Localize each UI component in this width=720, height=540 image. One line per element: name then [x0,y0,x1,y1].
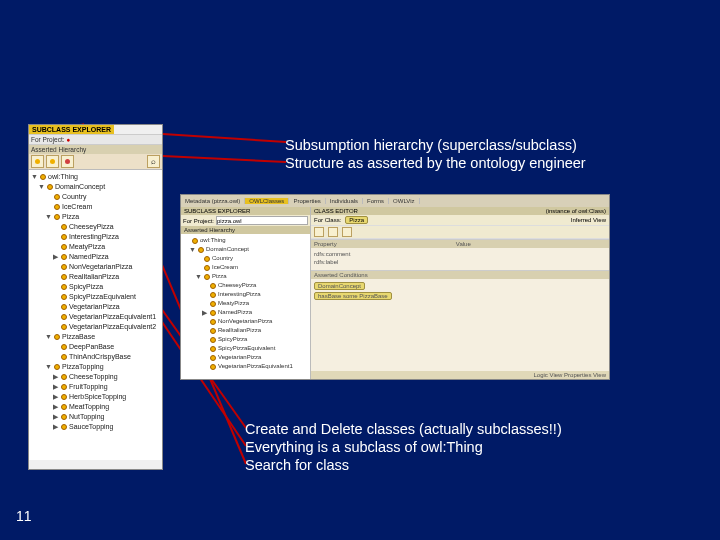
class-icon [61,224,67,230]
expand-icon[interactable]: ▶ [52,392,59,402]
tree-item[interactable]: CheeseyPizza [183,281,308,290]
tree-item[interactable]: SpicyPizza [183,335,308,344]
tree-item[interactable]: MeatyPizza [31,242,160,252]
tree-item[interactable]: VegetarianPizzaEquivalent1 [31,312,160,322]
class-icon [61,354,67,360]
tree-item[interactable]: ▶SauceTopping [31,422,160,432]
tree-item[interactable]: SpicyPizzaEquivalent [183,344,308,353]
tree-item[interactable]: Country [31,192,160,202]
tree-item-label: CheeseyPizza [69,222,114,232]
tree-item-label: DomainConcept [55,182,105,192]
tree-item[interactable]: ▼DomainConcept [183,245,308,254]
tree-item[interactable]: ▼Pizza [183,272,308,281]
tree-item[interactable]: ▶CheeseTopping [31,372,160,382]
expand-icon[interactable]: ▶ [52,412,59,422]
create-sibling-button[interactable] [46,155,59,168]
panel-tab[interactable]: SUBCLASS EXPLORER [29,125,114,134]
expand-icon[interactable]: ▶ [52,422,59,432]
expand-icon[interactable]: ▶ [52,252,59,262]
tree-item[interactable]: CheeseyPizza [31,222,160,232]
tree-item[interactable]: ▶NutTopping [31,412,160,422]
expand-icon[interactable]: ▼ [45,362,52,372]
expand-icon[interactable]: ▼ [45,212,52,222]
main-tab[interactable]: OWLClasses [245,198,289,204]
class-tree[interactable]: ▼owl:Thing▼DomainConceptCountryIceCream▼… [29,170,162,460]
center-project-label: For Project: [183,218,214,224]
tree-item[interactable]: ▼PizzaBase [31,332,160,342]
tree-item[interactable]: VegetarianPizza [183,353,308,362]
expand-icon[interactable]: ▶ [201,308,208,317]
tree-item[interactable]: InterestingPizza [31,232,160,242]
tree-item[interactable]: InterestingPizza [183,290,308,299]
editor-tool-3[interactable] [342,227,352,237]
tree-item[interactable]: RealItalianPizza [183,326,308,335]
search-class-button[interactable]: ⌕ [147,155,160,168]
editor-view-tabs[interactable]: Logic View Properties View [311,371,609,379]
tree-item-label: VegetarianPizzaEquivalent1 [69,312,156,322]
tree-item[interactable]: ▶NamedPizza [31,252,160,262]
project-label: For Project: [31,136,65,143]
expand-icon[interactable]: ▼ [31,172,38,182]
tree-item[interactable]: ▶NamedPizza [183,308,308,317]
tree-item[interactable]: ▼owl:Thing [31,172,160,182]
for-class-row: For Class: Pizza Inferred View [311,215,609,226]
main-tab[interactable]: OWLViz [389,198,419,204]
delete-class-button[interactable] [61,155,74,168]
for-class-value[interactable]: Pizza [345,216,368,224]
center-panel-tab[interactable]: SUBCLASS EXPLORER [181,207,310,215]
editor-tool-2[interactable] [328,227,338,237]
expand-icon[interactable]: ▼ [38,182,45,192]
tree-item[interactable]: ThinAndCrispyBase [31,352,160,362]
project-icon: ● [66,136,70,143]
class-icon [198,247,204,253]
tree-item[interactable]: Country [183,254,308,263]
expand-icon[interactable]: ▶ [52,382,59,392]
tree-item[interactable]: IceCream [183,263,308,272]
tree-item[interactable]: RealItalianPizza [31,272,160,282]
class-icon [54,334,60,340]
center-class-tree[interactable]: owl:Thing▼DomainConceptCountryIceCream▼P… [181,234,310,379]
expand-icon[interactable]: ▶ [52,402,59,412]
tree-item[interactable]: VegetarianPizzaEquivalent1 [183,362,308,371]
tree-item-label: DeepPanBase [69,342,114,352]
tree-item[interactable]: MeatyPizza [183,299,308,308]
tree-item[interactable]: SpicyPizza [31,282,160,292]
tree-item[interactable]: VegetarianPizzaEquivalent2 [31,322,160,332]
main-tab[interactable]: Forms [363,198,389,204]
create-class-button[interactable] [31,155,44,168]
tree-item[interactable]: ▼DomainConcept [31,182,160,192]
editor-tool-1[interactable] [314,227,324,237]
tree-item-label: owl:Thing [200,236,226,245]
tree-item[interactable]: DeepPanBase [31,342,160,352]
main-tab[interactable]: Properties [289,198,325,204]
class-icon [210,310,216,316]
tree-item[interactable]: owl:Thing [183,236,308,245]
expand-icon[interactable]: ▼ [45,332,52,342]
tree-item[interactable]: ▶FruitTopping [31,382,160,392]
callout-line: Subsumption hierarchy (superclass/subcla… [285,136,695,154]
expand-icon[interactable]: ▼ [189,245,196,254]
tree-item[interactable]: NonVegetarianPizza [183,317,308,326]
tree-item[interactable]: VegetarianPizza [31,302,160,312]
tree-item-label: NonVegetarianPizza [218,317,272,326]
tree-item[interactable]: IceCream [31,202,160,212]
tree-item[interactable]: ▼Pizza [31,212,160,222]
main-tab[interactable]: Metadata (pizza.owl) [181,198,245,204]
tree-item[interactable]: SpicyPizzaEquivalent [31,292,160,302]
expand-icon[interactable]: ▼ [195,272,202,281]
tree-item-label: CheeseTopping [69,372,118,382]
tree-item[interactable]: ▶MeatTopping [31,402,160,412]
tree-item-label: DomainConcept [206,245,249,254]
tree-item[interactable]: ▼PizzaTopping [31,362,160,372]
main-tab[interactable]: Individuals [326,198,363,204]
tree-item[interactable]: ▶HerbSpiceTopping [31,392,160,402]
main-tabs: Metadata (pizza.owl)OWLClassesProperties… [181,195,609,207]
tree-item[interactable]: NonVegetarianPizza [31,262,160,272]
inferred-view-toggle[interactable]: Inferred View [571,217,606,223]
tree-item-label: owl:Thing [48,172,78,182]
expand-icon[interactable]: ▶ [52,372,59,382]
tree-item-label: NamedPizza [69,252,109,262]
callout-line: Everything is a subclass of owl:Thing [245,438,715,456]
center-project-input[interactable] [216,216,308,225]
tree-item-label: VegetarianPizzaEquivalent1 [218,362,293,371]
